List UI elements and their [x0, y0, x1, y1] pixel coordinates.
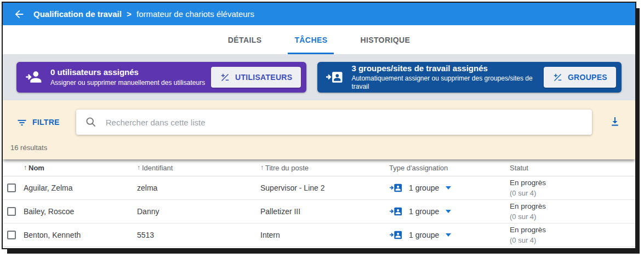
groups-card-title: 3 groupes/sites de travail assignés: [351, 64, 543, 74]
column-header-nom-label: Nom: [29, 164, 44, 172]
group-assign-icon: [326, 68, 344, 86]
column-header-statut: Statut: [510, 164, 635, 172]
column-header-identifiant-label: Identifiant: [142, 164, 173, 172]
search-icon: [85, 116, 97, 128]
cell-titre-du-poste: Supervisor - Line 2: [260, 184, 389, 192]
groupes-button[interactable]: GROUPES: [544, 67, 616, 88]
breadcrumb-separator: >: [127, 9, 132, 19]
cell-nom: Bailey, Roscoe: [24, 207, 137, 216]
groups-assignment-card: 3 groupes/sites de travail assignés Auto…: [317, 62, 622, 93]
cell-statut: En progrès (0 sur 4): [510, 177, 635, 198]
filter-strip: FILTRE 16 résultats: [3, 100, 635, 159]
assignment-label: 1 groupe: [409, 231, 439, 239]
group-badge-icon: [389, 229, 403, 241]
users-card-title: 0 utilisateurs assignés: [50, 67, 205, 78]
filter-button-label: FILTRE: [32, 118, 60, 127]
assignment-dropdown[interactable]: 1 groupe: [389, 205, 510, 217]
column-header-titre-du-poste[interactable]: ↑ Titre du poste: [260, 164, 389, 172]
sort-asc-icon: ↑: [260, 164, 264, 171]
status-text: En progrès: [510, 177, 635, 188]
table-row: Aguilar, Zelma zelma Supervisor - Line 2…: [3, 176, 635, 200]
users-table: ↑ Nom ↑ Identifiant ↑ Titre du poste Typ…: [3, 159, 635, 247]
table-header-row: ↑ Nom ↑ Identifiant ↑ Titre du poste Typ…: [3, 159, 635, 176]
plus-minus-icon: [220, 72, 230, 83]
groups-card-subtitle: Automatiquement assigner ou supprimer de…: [351, 74, 543, 91]
users-card-text: 0 utilisateurs assignés Assigner ou supp…: [50, 67, 205, 87]
groups-card-text: 3 groupes/sites de travail assignés Auto…: [351, 64, 543, 91]
row-checkbox[interactable]: [7, 231, 16, 239]
search-input[interactable]: [105, 117, 583, 128]
tab-bar: DÉTAILS TÂCHES HISTORIQUE: [3, 25, 635, 54]
status-detail: (0 sur 4): [510, 212, 635, 222]
column-header-statut-label: Statut: [510, 164, 528, 172]
sort-asc-icon: ↑: [137, 164, 140, 171]
cell-identifiant: Danny: [137, 207, 260, 216]
status-text: En progrès: [510, 225, 635, 236]
filter-row: FILTRE: [16, 110, 622, 135]
row-checkbox[interactable]: [7, 184, 16, 192]
breadcrumb: Qualification de travail > formateur de …: [33, 9, 254, 19]
column-header-titre-label: Titre du poste: [265, 164, 309, 172]
assignment-cards-strip: 0 utilisateurs assignés Assigner ou supp…: [3, 54, 635, 100]
cell-statut: En progrès (0 sur 4): [510, 224, 635, 245]
cell-titre-du-poste: Intern: [260, 231, 389, 239]
cell-identifiant: 5513: [137, 231, 260, 239]
utilisateurs-button-label: UTILISATEURS: [235, 73, 292, 82]
row-checkbox-cell: [3, 231, 24, 239]
cell-nom: Aguilar, Zelma: [24, 184, 137, 192]
download-icon[interactable]: [608, 116, 622, 129]
table-row: Benton, Kenneth 5513 Intern 1 groupe En …: [3, 223, 635, 247]
column-header-type-label: Type d'assignation: [389, 164, 448, 172]
status-detail: (0 sur 4): [510, 188, 635, 199]
chevron-down-icon: [446, 210, 451, 213]
search-box: [76, 110, 592, 135]
row-checkbox-cell: [3, 207, 24, 216]
status-text: En progrès: [510, 201, 635, 212]
cell-identifiant: zelma: [137, 184, 260, 192]
tab-taches[interactable]: TÂCHES: [288, 25, 334, 54]
users-card-subtitle: Assigner ou supprimer manuellement des u…: [50, 79, 205, 87]
breadcrumb-secondary: formateur de chariots élévateurs: [136, 9, 254, 19]
plus-minus-icon: [552, 72, 563, 83]
chevron-down-icon: [446, 233, 451, 237]
user-assign-icon: [25, 68, 43, 86]
filter-icon: [16, 117, 27, 128]
row-checkbox-cell: [3, 184, 24, 192]
users-assignment-card: 0 utilisateurs assignés Assigner ou supp…: [16, 62, 306, 93]
cell-statut: En progrès (0 sur 4): [510, 200, 635, 222]
assignment-dropdown[interactable]: 1 groupe: [389, 229, 510, 241]
column-header-type-assignation: Type d'assignation: [389, 164, 510, 172]
tab-historique[interactable]: HISTORIQUE: [354, 25, 417, 54]
groupes-button-label: GROUPES: [568, 73, 607, 82]
filter-button[interactable]: FILTRE: [16, 117, 60, 128]
cell-nom: Benton, Kenneth: [24, 231, 137, 239]
table-row: Bailey, Roscoe Danny Palletizer III 1 gr…: [3, 200, 635, 223]
tab-details[interactable]: DÉTAILS: [221, 25, 269, 54]
assignment-dropdown[interactable]: 1 groupe: [389, 182, 510, 194]
column-header-nom[interactable]: ↑ Nom: [24, 164, 137, 172]
group-badge-icon: [389, 182, 403, 194]
group-badge-icon: [389, 205, 403, 217]
back-button[interactable]: [13, 8, 26, 21]
assignment-label: 1 groupe: [409, 184, 439, 192]
status-detail: (0 sur 4): [510, 236, 635, 246]
results-count: 16 résultats: [10, 144, 47, 152]
row-checkbox[interactable]: [7, 207, 16, 216]
utilisateurs-button[interactable]: UTILISATEURS: [211, 67, 301, 88]
chevron-down-icon: [446, 186, 451, 190]
app-window: Qualification de travail > formateur de …: [2, 2, 636, 249]
breadcrumb-primary: Qualification de travail: [33, 9, 122, 19]
column-header-identifiant[interactable]: ↑ Identifiant: [137, 164, 260, 172]
appbar: Qualification de travail > formateur de …: [3, 3, 635, 25]
assignment-label: 1 groupe: [409, 207, 439, 216]
arrow-left-icon: [13, 8, 25, 20]
sort-asc-icon: ↑: [24, 164, 27, 171]
cell-titre-du-poste: Palletizer III: [260, 207, 389, 216]
